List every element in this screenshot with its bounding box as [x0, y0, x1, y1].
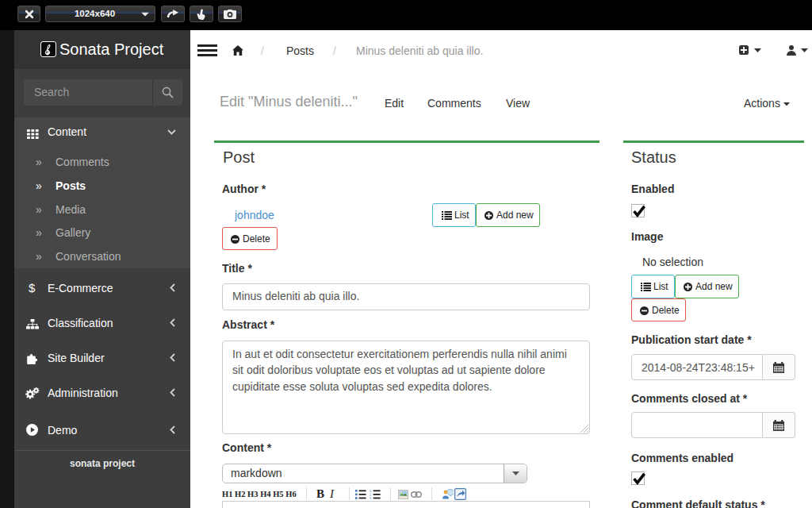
svg-text:3: 3	[370, 496, 372, 499]
